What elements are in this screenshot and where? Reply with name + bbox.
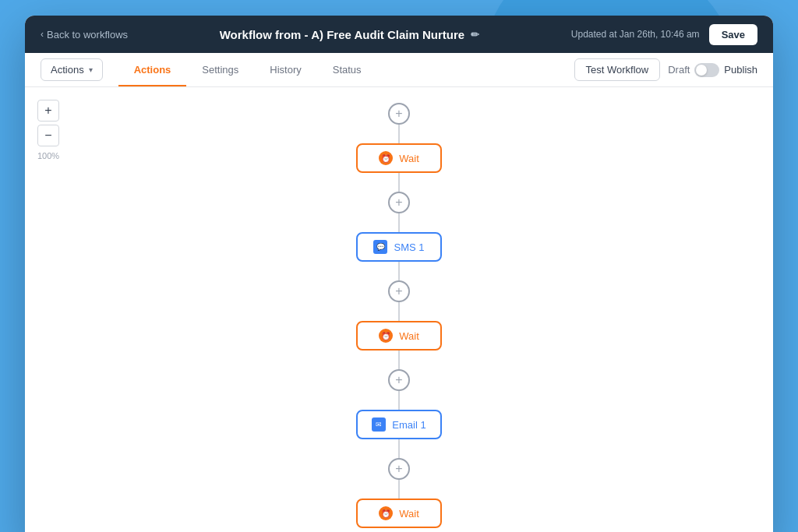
top-bar-right: Updated at Jan 26th, 10:46 am Save [571, 24, 757, 45]
email-node-1[interactable]: ✉ Email 1 [356, 410, 442, 439]
tab-actions[interactable]: Actions [118, 55, 187, 86]
wait-node-1[interactable]: ⏰ Wait [356, 143, 442, 173]
test-workflow-button[interactable]: Test Workflow [574, 58, 661, 81]
workflow-canvas: + − 100% + ⏰ Wait + 💬 [25, 87, 773, 532]
connector-line-1 [398, 125, 400, 143]
back-to-workflows-link[interactable]: ‹ Back to workflows [41, 29, 128, 41]
workflow-title-text: Workflow from - A) Free Audit Claim Nurt… [220, 28, 464, 41]
add-node-button-2[interactable]: + [388, 192, 410, 213]
back-chevron-icon: ‹ [41, 29, 44, 40]
wait-node-3[interactable]: ⏰ Wait [356, 499, 442, 528]
wait-icon-2: ⏰ [379, 329, 393, 343]
add-node-button-top[interactable]: + [388, 103, 410, 125]
tab-bar: Actions Settings History Status [118, 55, 574, 86]
tab-history[interactable]: History [254, 55, 316, 86]
tab-settings[interactable]: Settings [186, 55, 254, 86]
sms-icon-1: 💬 [373, 240, 387, 254]
save-button[interactable]: Save [709, 24, 757, 45]
chevron-down-icon: ▾ [89, 65, 93, 74]
top-bar: ‹ Back to workflows Workflow from - A) F… [25, 16, 773, 53]
connector-line-7 [398, 391, 400, 410]
wait-node-1-label: Wait [399, 153, 419, 164]
wait-node-3-label: Wait [399, 508, 419, 520]
draft-label: Draft [668, 64, 690, 76]
workflow-column: + ⏰ Wait + 💬 SMS 1 + [356, 103, 442, 528]
draft-toggle-area: Draft Publish [668, 63, 757, 77]
wait-node-2[interactable]: ⏰ Wait [356, 321, 442, 351]
publish-label: Publish [724, 64, 757, 76]
email-icon-1: ✉ [372, 417, 386, 432]
zoom-out-button[interactable]: − [37, 125, 59, 146]
connector-line-3 [398, 213, 400, 232]
connector-line-9 [398, 480, 400, 499]
edit-title-icon[interactable]: ✏ [471, 29, 479, 41]
actions-dropdown-label: Actions [51, 64, 84, 76]
wait-icon-3: ⏰ [379, 506, 393, 520]
connector-line-4 [398, 262, 400, 280]
sms-node-1-label: SMS 1 [394, 241, 424, 253]
connector-line-6 [398, 351, 400, 369]
connector-line-2 [398, 173, 400, 192]
connector-line-5 [398, 302, 400, 321]
add-node-button-3[interactable]: + [388, 280, 410, 302]
workflow-nodes-area: + ⏰ Wait + 💬 SMS 1 + [25, 87, 773, 532]
sub-header: Actions ▾ Actions Settings History Statu… [25, 53, 773, 87]
add-node-button-5[interactable]: + [388, 458, 410, 480]
sub-header-right: Test Workflow Draft Publish [574, 58, 757, 81]
sms-node-1[interactable]: 💬 SMS 1 [356, 232, 442, 262]
tab-status[interactable]: Status [317, 55, 377, 86]
actions-dropdown-button[interactable]: Actions ▾ [41, 58, 103, 81]
back-label: Back to workflows [47, 29, 128, 41]
updated-timestamp: Updated at Jan 26th, 10:46 am [571, 29, 700, 40]
connector-line-8 [398, 439, 400, 458]
app-window: ‹ Back to workflows Workflow from - A) F… [25, 16, 773, 532]
add-node-button-4[interactable]: + [388, 369, 410, 391]
workflow-title-area: Workflow from - A) Free Audit Claim Nurt… [128, 28, 571, 41]
draft-publish-toggle[interactable] [694, 63, 719, 77]
wait-icon-1: ⏰ [379, 151, 393, 165]
wait-node-2-label: Wait [399, 330, 419, 342]
zoom-level-display: 100% [37, 151, 59, 160]
zoom-in-button[interactable]: + [37, 100, 59, 122]
email-node-1-label: Email 1 [392, 419, 425, 431]
zoom-controls: + − 100% [37, 100, 59, 160]
